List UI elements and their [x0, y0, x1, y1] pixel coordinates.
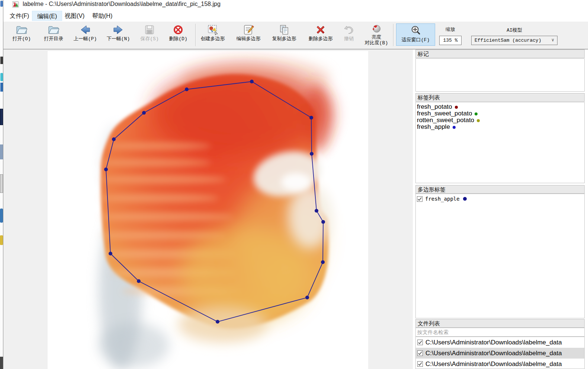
canvas-area[interactable] — [3, 50, 413, 369]
fit-window-icon — [410, 25, 421, 36]
menu-help[interactable]: 帮助(H) — [87, 11, 117, 21]
menu-file[interactable]: 文件(F) — [5, 11, 34, 21]
edit-polygon-button[interactable]: 编辑多边形 — [232, 23, 264, 48]
save-floppy-icon — [144, 24, 155, 36]
delete-file-button[interactable]: 删除(D) — [164, 23, 192, 48]
ai-model-combobox[interactable]: EfficientSam (accuracy) ∨ — [471, 36, 558, 45]
prev-arrow-icon — [79, 24, 91, 36]
label-list-item[interactable]: fresh_sweet_potato — [417, 110, 584, 117]
file-list-row[interactable]: C:\Users\Administrator\Downloads\labelme… — [416, 348, 584, 359]
delete-circle-icon — [172, 24, 184, 36]
polygon-vertex[interactable] — [310, 152, 314, 156]
ai-model-value: EfficientSam (accuracy) — [475, 38, 541, 43]
polygon-annotation[interactable] — [48, 51, 368, 369]
polygon-vertex[interactable] — [109, 252, 112, 255]
flags-panel-header[interactable]: 标记 — [415, 50, 585, 58]
label-color-dot — [453, 126, 456, 129]
polygon-labels-panel-header[interactable]: 多边形标签 — [415, 185, 585, 194]
polygon-vertex[interactable] — [309, 116, 313, 120]
brightness-contrast-button[interactable]: 亮度 对比度(B) — [360, 23, 392, 48]
open-dir-icon — [48, 24, 60, 36]
file-list-row[interactable]: C:\Users\Administrator\Downloads\labelme… — [416, 337, 584, 348]
polygon-label-list: fresh_apple — [415, 194, 585, 318]
polygon-vertex[interactable] — [321, 220, 325, 224]
flags-panel-body — [415, 58, 585, 92]
file-path-text: C:\Users\Administrator\Downloads\labelme… — [425, 350, 562, 357]
duplicate-polygon-icon — [278, 24, 290, 36]
fit-window-button[interactable]: 适应窗口(F) — [396, 23, 435, 46]
edit-polygon-icon — [242, 24, 254, 36]
chevron-down-icon: ∨ — [552, 36, 554, 45]
file-list-row[interactable]: C:\Users\Administrator\Downloads\labelme… — [416, 359, 584, 369]
title-bar: labelme - C:\Users\Administrator\Downloa… — [3, 0, 588, 9]
polygon-vertex[interactable] — [112, 137, 116, 141]
menu-bar: 文件(F) 编辑(E) 视图(V) 帮助(H) — [3, 9, 588, 22]
label-text: fresh_apple — [417, 123, 450, 130]
duplicate-polygon-button[interactable]: 复制多边形 — [268, 23, 300, 48]
delete-polygon-icon — [315, 24, 327, 36]
file-list-panel-header[interactable]: 文件列表 — [415, 319, 585, 328]
label-color-dot — [475, 112, 478, 115]
checkbox-checked-icon[interactable] — [417, 340, 423, 345]
toolbar: 打开(O) 打开目录 上一幅(P) 下一幅(N) 保存(S) 删除(D) 创建多… — [3, 22, 588, 50]
undo-arrow-icon — [343, 24, 355, 36]
delete-polygon-button[interactable]: 删除多边形 — [305, 23, 337, 48]
polygon-outline[interactable] — [106, 82, 323, 322]
label-list: fresh_potatofresh_sweet_potatorotten_swe… — [415, 102, 585, 183]
menu-view[interactable]: 视图(V) — [60, 11, 89, 21]
ai-model-group-label: AI模型 — [471, 27, 558, 34]
label-color-dot — [455, 106, 458, 109]
checkbox-checked-icon[interactable] — [417, 196, 422, 202]
label-color-dot — [477, 119, 480, 122]
polygon-color-dot — [463, 197, 467, 201]
label-list-panel-header[interactable]: 标签列表 — [415, 93, 585, 102]
toolbar-separator — [195, 24, 196, 46]
polygon-vertex[interactable] — [216, 320, 219, 324]
polygon-vertex[interactable] — [305, 296, 309, 299]
labelme-app-icon — [12, 1, 19, 8]
label-text: fresh_sweet_potato — [417, 110, 472, 117]
labelme-window: labelme - C:\Users\Administrator\Downloa… — [0, 0, 588, 369]
checkbox-checked-icon[interactable] — [417, 361, 423, 367]
label-text: fresh_potato — [417, 103, 452, 110]
polygon-vertex[interactable] — [185, 88, 189, 91]
image-viewport[interactable] — [48, 51, 368, 369]
create-polygon-button[interactable]: 创建多边形 — [197, 23, 229, 48]
polygon-vertex[interactable] — [250, 80, 254, 83]
file-path-text: C:\Users\Administrator\Downloads\labelme… — [425, 360, 562, 368]
polygon-vertex[interactable] — [315, 209, 318, 213]
toolbar-separator — [393, 24, 393, 46]
zoom-group-label: 缩放 — [439, 26, 462, 33]
label-list-item[interactable]: rotten_sweet_potato — [417, 117, 584, 123]
prev-image-button[interactable]: 上一幅(P) — [70, 23, 101, 48]
window-title: labelme - C:\Users\Administrator\Downloa… — [23, 1, 221, 7]
label-text: rotten_sweet_potato — [417, 117, 474, 123]
polygon-vertex[interactable] — [321, 260, 325, 264]
polygon-label-text: fresh_apple — [425, 196, 460, 202]
save-button[interactable]: 保存(S) — [136, 23, 163, 48]
polygon-label-item[interactable]: fresh_apple — [417, 195, 584, 203]
polygon-vertex[interactable] — [104, 168, 108, 171]
open-folder-icon — [16, 24, 28, 36]
file-search-input[interactable] — [415, 328, 585, 337]
file-list: C:\Users\Administrator\Downloads\labelme… — [415, 337, 585, 369]
next-arrow-icon — [112, 24, 124, 36]
create-polygon-icon — [207, 24, 219, 36]
background-window-sliver — [0, 0, 3, 369]
menu-edit[interactable]: 编辑(E) — [32, 11, 62, 21]
zoom-spinbox[interactable]: 135 % — [439, 36, 462, 45]
file-path-text: C:\Users\Administrator\Downloads\labelme… — [425, 339, 562, 346]
open-button[interactable]: 打开(O) — [6, 23, 37, 48]
label-list-item[interactable]: fresh_apple — [417, 123, 584, 130]
undo-button[interactable]: 撤销 — [338, 23, 360, 48]
polygon-vertex[interactable] — [142, 111, 146, 115]
label-list-item[interactable]: fresh_potato — [417, 103, 584, 110]
open-dir-button[interactable]: 打开目录 — [38, 23, 69, 48]
checkbox-checked-icon[interactable] — [417, 350, 423, 356]
brightness-contrast-icon — [371, 24, 382, 34]
next-image-button[interactable]: 下一幅(N) — [102, 23, 134, 48]
polygon-vertex[interactable] — [137, 279, 141, 283]
